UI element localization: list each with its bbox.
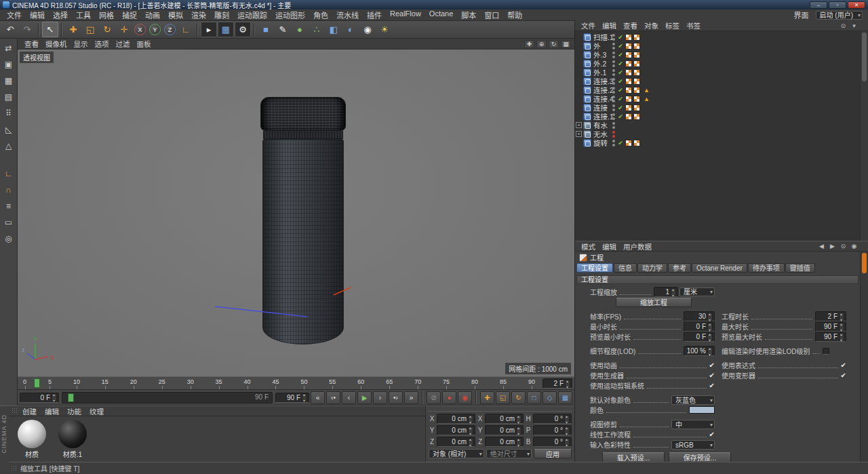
render-settings-button[interactable]: ⚙ <box>235 22 251 37</box>
viewport-solo-button[interactable]: ◎ <box>1 231 16 245</box>
toggle-view-icon[interactable]: ▦ <box>561 40 571 48</box>
menu-item[interactable]: RealFlow <box>386 9 425 20</box>
mograph-button[interactable]: ∴ <box>309 22 325 37</box>
menu-item[interactable]: 文件 <box>3 9 26 20</box>
material-item[interactable]: 材质.1 <box>55 420 90 459</box>
texture-tag[interactable] <box>633 96 640 102</box>
subdivision-surface-button[interactable]: ● <box>292 22 308 37</box>
preview-min-field[interactable]: 0 F <box>684 332 715 342</box>
texture-tag[interactable] <box>633 140 640 146</box>
texture-tag[interactable] <box>625 87 632 94</box>
lock-x-axis-button[interactable]: X <box>134 24 146 35</box>
attribute-tab[interactable]: 键插值 <box>785 263 815 273</box>
texture-tag[interactable] <box>625 113 632 120</box>
object-manager-menu-item[interactable]: 书签 <box>683 20 704 31</box>
points-mode-button[interactable]: ⠿ <box>1 106 16 120</box>
texture-tag[interactable] <box>625 34 632 41</box>
texture-tag[interactable] <box>633 87 640 94</box>
visibility-dots[interactable] <box>612 34 615 41</box>
object-manager-menu-item[interactable]: 对象 <box>641 20 662 31</box>
search-icon[interactable]: ⊙ <box>839 242 848 250</box>
object-manager-menu-item[interactable]: 编辑 <box>599 20 620 31</box>
frame-spinner[interactable] <box>565 380 570 388</box>
position-field[interactable]: 0 cm <box>437 425 475 435</box>
attribute-tab[interactable]: 待办事项 <box>748 263 785 273</box>
viewport-menu-item[interactable]: 查看 <box>21 39 42 49</box>
range-end-field[interactable]: 90 F <box>275 393 309 403</box>
fps-field[interactable]: 30 <box>684 311 715 321</box>
texture-mode-button[interactable]: ▦ <box>1 73 16 87</box>
close-button[interactable]: ✕ <box>848 1 865 9</box>
section-header[interactable]: 工程设置 <box>576 275 859 284</box>
view-label[interactable]: 透视视图 <box>20 52 54 63</box>
menu-item[interactable]: 运动图形 <box>271 9 309 20</box>
viewport-menu-item[interactable]: 过滤 <box>113 39 134 49</box>
history-back-icon[interactable]: ◀ <box>817 242 826 250</box>
position-field[interactable]: 0 cm <box>437 414 475 424</box>
enabled-check-icon[interactable]: ✔ <box>617 34 624 41</box>
attribute-tab[interactable]: 动力学 <box>637 263 667 273</box>
menu-item[interactable]: 脚本 <box>457 9 480 20</box>
default-color-dropdown[interactable]: 灰蓝色 <box>671 395 715 405</box>
search-icon[interactable]: ⊙ <box>839 22 848 30</box>
timeline-range-slider[interactable]: 90 F <box>62 392 273 403</box>
lock-y-axis-button[interactable]: Y <box>149 24 161 35</box>
enable-axis-button[interactable]: ∟ <box>1 166 16 180</box>
goto-end-button[interactable]: » <box>404 391 418 404</box>
menu-item[interactable]: 工具 <box>72 9 95 20</box>
record-rotation-button[interactable]: ↻ <box>511 391 526 404</box>
enabled-check-icon[interactable]: ✔ <box>617 87 624 94</box>
enabled-check-icon[interactable]: ✔ <box>617 78 624 85</box>
viewport-canvas[interactable]: 透视视图 Y X z 网格间距 : 1000 cm <box>18 50 574 376</box>
size-field[interactable]: 0 cm <box>485 414 524 424</box>
visibility-dots[interactable] <box>612 60 615 67</box>
range-slider-thumb[interactable] <box>68 393 74 402</box>
view-clipping-dropdown[interactable]: 中 <box>671 420 715 429</box>
menu-item[interactable]: 编辑 <box>26 9 49 20</box>
enabled-check-icon[interactable]: ✔ <box>617 69 624 76</box>
use-generators-checkbox[interactable]: ✔ <box>709 372 715 379</box>
scrollbar-thumb[interactable] <box>862 33 867 81</box>
materials-menu-item[interactable]: 编辑 <box>41 406 63 416</box>
texture-tag[interactable] <box>633 69 640 76</box>
bottle-model[interactable] <box>260 97 346 344</box>
texture-tag[interactable] <box>633 113 640 120</box>
visibility-dots[interactable] <box>612 122 615 129</box>
make-editable-button[interactable]: ⇄ <box>1 41 16 55</box>
project-scale-field[interactable]: 1 <box>654 287 678 297</box>
texture-tag[interactable] <box>633 104 640 111</box>
keyframe-selection-button[interactable]: ▦ <box>558 391 572 404</box>
light-button[interactable]: ☀ <box>376 22 393 37</box>
viewport-menu-item[interactable]: 面板 <box>134 39 155 49</box>
use-deformers-checkbox[interactable]: ✔ <box>841 372 846 379</box>
snap-button[interactable]: ∩ <box>1 182 16 197</box>
material-item[interactable]: 材质 <box>14 420 50 459</box>
menu-item[interactable]: 帮助 <box>503 9 526 20</box>
layout-dropdown[interactable]: 启动 (用户) <box>816 11 863 20</box>
attribute-tab[interactable]: 工程设置 <box>576 263 613 273</box>
visibility-dots[interactable] <box>612 140 615 146</box>
object-manager-scrollbar[interactable] <box>860 31 868 241</box>
next-frame-button[interactable]: › <box>373 391 387 404</box>
enabled-check-icon[interactable]: ✔ <box>617 43 624 50</box>
rotation-field[interactable]: 0 ° <box>533 414 572 424</box>
object-manager-menu-item[interactable]: 查看 <box>620 20 641 31</box>
preview-max-field[interactable]: 90 F <box>815 332 846 342</box>
size-mode-dropdown[interactable]: 绝对尺寸 <box>486 449 532 458</box>
panel-grip[interactable] <box>429 408 572 412</box>
render-picture-viewer-button[interactable]: ▦ <box>218 22 234 37</box>
menu-item[interactable]: 角色 <box>309 9 332 20</box>
object-manager-menu-item[interactable]: 标签 <box>662 20 683 31</box>
size-field[interactable]: 0 cm <box>485 425 524 435</box>
menu-item[interactable]: 捕捉 <box>118 9 141 20</box>
texture-tag[interactable] <box>625 60 632 67</box>
range-end-spinner[interactable] <box>302 393 307 401</box>
panel-grip[interactable] <box>12 408 17 414</box>
quantize-button[interactable]: ≡ <box>1 199 16 213</box>
position-field[interactable]: 0 cm <box>437 437 475 447</box>
goto-start-button[interactable]: « <box>311 391 325 404</box>
polygons-mode-button[interactable]: △ <box>1 138 16 153</box>
render-view-button[interactable]: ▸ <box>201 22 217 37</box>
max-time-field[interactable]: 90 F <box>815 321 846 332</box>
title-bar[interactable]: CINEMA 4D R18.057 Studio (RC - R18) - [上… <box>0 0 868 9</box>
